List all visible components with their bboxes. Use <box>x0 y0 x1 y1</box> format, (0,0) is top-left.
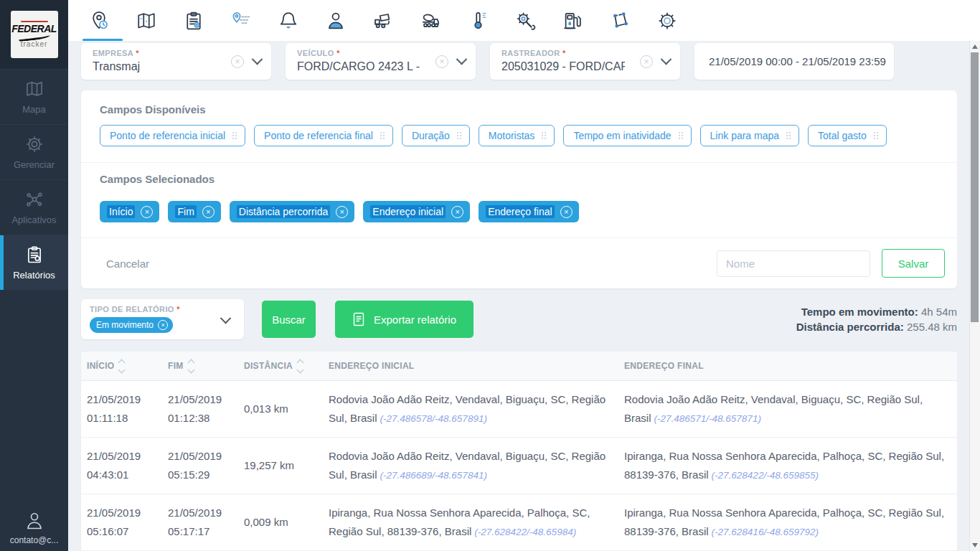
chip-label: Duração <box>412 130 450 141</box>
toolbar-icon-drivers[interactable] <box>325 10 347 32</box>
toolbar-icon-settings[interactable] <box>656 10 678 32</box>
coordinates-link[interactable]: (-27.628422/-48.65984) <box>474 527 576 537</box>
drag-handle-icon[interactable] <box>457 131 461 140</box>
report-type-select[interactable]: TIPO DE RELATÓRIO Em movimento <box>81 299 244 339</box>
available-chip[interactable]: Tempo em inatividade <box>563 125 691 146</box>
brand-logo[interactable]: FEDERAL tracker <box>0 0 68 69</box>
drag-handle-icon[interactable] <box>232 131 237 140</box>
chevron-down-icon[interactable] <box>456 54 468 65</box>
chip-label: Distância percorrida <box>237 205 331 218</box>
remove-icon[interactable] <box>158 320 168 330</box>
remove-icon[interactable] <box>451 206 463 218</box>
toolbar-icon-tipper-truck[interactable] <box>372 10 394 32</box>
drag-handle-icon[interactable] <box>874 131 878 140</box>
coordinates-link[interactable]: (-27.628422/-48.659855) <box>712 470 819 481</box>
scroll-up-arrow-icon[interactable] <box>972 44 978 49</box>
chevron-down-icon[interactable] <box>252 54 263 65</box>
drag-handle-icon[interactable] <box>542 131 546 140</box>
save-button[interactable]: Salvar <box>882 249 945 278</box>
clear-icon[interactable] <box>231 55 244 68</box>
column-header-inicio[interactable]: INÍCIO <box>81 360 162 372</box>
coordinates-link[interactable]: (-27.486689/-48.657841) <box>380 470 487 481</box>
available-chip[interactable]: Total gasto <box>808 125 887 146</box>
table-row[interactable]: 21/05/201904:43:01 21/05/201905:15:29 19… <box>81 438 957 494</box>
geofence-icon <box>609 10 631 32</box>
cell-inicio: 21/05/201905:16:07 <box>81 494 162 550</box>
chevron-down-icon[interactable] <box>220 313 232 324</box>
exportar-button[interactable]: Exportar relatório <box>335 301 473 338</box>
sidebar-item-gerenciar[interactable]: Gerenciar <box>0 124 68 179</box>
drag-handle-icon[interactable] <box>786 131 791 140</box>
sidebar-item-aplicativos[interactable]: Aplicativos <box>0 179 68 235</box>
selected-chip[interactable]: Distância percorrida <box>230 201 355 222</box>
sidebar-item-relatorios[interactable]: Relatórios <box>0 235 68 290</box>
coordinates-link[interactable]: (-27.486578/-48.657891) <box>380 413 487 424</box>
toolbar-icon-map[interactable] <box>136 10 157 32</box>
available-chip[interactable]: Ponto de referencia final <box>254 125 393 146</box>
scrollbar-thumb[interactable] <box>971 52 979 322</box>
toolbar-icon-fuel[interactable] <box>562 10 583 32</box>
empresa-select[interactable]: EMPRESA Transmaj <box>81 43 271 80</box>
sort-icon[interactable] <box>189 360 194 372</box>
sidebar-user[interactable]: contato@c... <box>0 510 68 545</box>
settings-gear-icon <box>656 10 678 32</box>
remove-icon[interactable] <box>560 206 573 218</box>
date-range-picker[interactable]: 21/05/2019 00:00 - 21/05/2019 23:59 <box>694 43 894 80</box>
column-header-endereco-final: ENDEREÇO FINAL <box>618 361 957 371</box>
clear-icon[interactable] <box>435 55 448 68</box>
vertical-scrollbar[interactable] <box>969 41 980 551</box>
sidebar: FEDERAL tracker Mapa Gerenciar Aplicativ… <box>0 0 68 551</box>
rastreador-select[interactable]: RASTREADOR 205031029 - FORD/CARGO <box>490 43 680 80</box>
available-chip[interactable]: Ponto de referencia inicial <box>100 125 245 146</box>
available-chip[interactable]: Duração <box>402 125 470 146</box>
clear-icon[interactable] <box>640 55 653 68</box>
available-chip[interactable]: Link para mapa <box>700 125 800 146</box>
cell-endereco-inicial: Rodovia João Adão Reitz, Vendaval, Bigua… <box>323 438 618 494</box>
drag-handle-icon[interactable] <box>679 131 683 140</box>
remove-icon[interactable] <box>202 206 215 218</box>
toolbar-icon-reports[interactable] <box>183 10 204 32</box>
report-type-label: TIPO DE RELATÓRIO <box>90 305 244 314</box>
toolbar-icon-mixer-truck[interactable] <box>420 10 441 32</box>
column-label: DISTÂNCIA <box>244 361 293 371</box>
table-row[interactable]: 21/05/201901:11:18 21/05/201901:12:38 0,… <box>81 381 957 438</box>
sidebar-item-mapa[interactable]: Mapa <box>0 69 68 124</box>
toolbar-icon-route-list[interactable] <box>230 10 252 32</box>
route-list-icon <box>230 10 252 32</box>
coordinates-link[interactable]: (-27.628416/-48.659792) <box>712 527 819 537</box>
buscar-button[interactable]: Buscar <box>262 301 316 338</box>
available-chip[interactable]: Motoristas <box>479 125 555 146</box>
main-content: EMPRESA Transmaj VEÍCULO FORD/CARGO 2423… <box>68 41 980 551</box>
column-header-distancia[interactable]: DISTÂNCIA <box>238 360 323 372</box>
toolbar-icon-maintenance[interactable] <box>514 10 536 32</box>
drag-handle-icon[interactable] <box>380 131 385 140</box>
selected-chip[interactable]: Endereço inicial <box>363 201 470 222</box>
toolbar-icon-location-history[interactable] <box>88 10 110 32</box>
remove-icon[interactable] <box>141 206 153 218</box>
coordinates-link[interactable]: (-27.486571/-48.657871) <box>654 413 761 424</box>
map-icon <box>136 10 157 32</box>
trip-stats: Tempo em movimento: 4h 54m Distância per… <box>796 304 957 334</box>
toolbar-icon-temperature[interactable] <box>467 10 489 32</box>
chevron-down-icon[interactable] <box>661 54 672 65</box>
selected-chip[interactable]: Fim <box>168 201 220 222</box>
cell-endereco-final: Rodovia João Adão Reitz, Vendaval, Bigua… <box>618 381 957 437</box>
report-clipboard-icon <box>24 245 44 265</box>
sort-icon[interactable] <box>298 360 303 372</box>
report-type-chip[interactable]: Em movimento <box>90 317 173 333</box>
selected-chip[interactable]: Início <box>100 201 159 222</box>
remove-icon[interactable] <box>336 206 348 218</box>
sidebar-item-label: Gerenciar <box>14 159 55 170</box>
toolbar-icon-geofence[interactable] <box>609 10 631 32</box>
scroll-down-arrow-icon[interactable] <box>972 543 978 547</box>
column-header-fim[interactable]: FIM <box>162 360 238 372</box>
veiculo-select[interactable]: VEÍCULO FORD/CARGO 2423 L - <box>286 43 476 80</box>
name-input[interactable] <box>717 250 870 277</box>
toolbar-icon-notifications[interactable] <box>278 10 299 32</box>
results-table: INÍCIO FIM DISTÂNCIA ENDEREÇO INICIAL EN… <box>81 352 957 551</box>
cancel-button[interactable]: Cancelar <box>106 258 149 270</box>
selected-chip[interactable]: Endereço final <box>479 201 579 222</box>
brand-subname: tracker <box>21 41 48 48</box>
table-row[interactable]: 21/05/201905:16:07 21/05/201905:17:17 0,… <box>81 494 957 551</box>
sort-icon[interactable] <box>119 360 124 372</box>
